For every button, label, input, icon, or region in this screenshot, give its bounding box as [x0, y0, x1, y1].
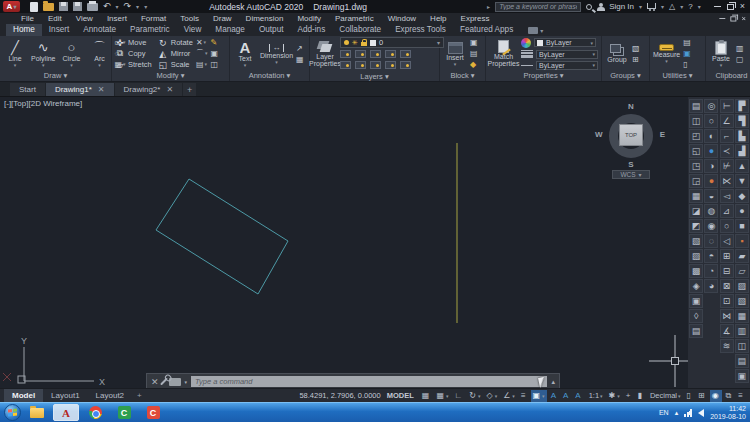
- menu-item[interactable]: Draw: [206, 13, 239, 24]
- restore-icon[interactable]: [727, 4, 734, 10]
- model-space-toggle[interactable]: MODEL: [387, 391, 414, 400]
- utilities-mini-button[interactable]: ▯: [683, 60, 691, 69]
- draw-tool-button[interactable]: ╱ Line ▾: [3, 41, 27, 67]
- palette-tool-icon[interactable]: ◰: [689, 129, 703, 143]
- palette-tool-icon[interactable]: ▩: [689, 264, 703, 278]
- draw-tool-button[interactable]: ∿ Polyline ▾: [31, 41, 56, 67]
- dimension-button[interactable]: ↔ Dimension▾: [260, 44, 293, 64]
- palette-tool-icon[interactable]: ⋈: [720, 309, 734, 323]
- palette-tool-icon[interactable]: ●: [704, 174, 718, 188]
- new-file-icon[interactable]: [30, 2, 38, 12]
- panel-label-groups[interactable]: Groups ▾: [602, 71, 649, 81]
- text-button[interactable]: A Text▾: [233, 40, 257, 67]
- taskbar-autocad-button[interactable]: A: [53, 404, 79, 421]
- menu-item[interactable]: Parametric: [328, 13, 381, 24]
- annotation-mini-button[interactable]: ▦: [296, 55, 304, 64]
- viewcube-south[interactable]: S: [628, 160, 633, 169]
- ribbon-tab[interactable]: Insert: [42, 24, 76, 36]
- help-dropdown-icon[interactable]: ▾: [698, 3, 701, 10]
- lineweight-select[interactable]: ByLayer▾: [536, 50, 598, 59]
- status-toggle[interactable]: ⊞ ▾: [696, 390, 708, 402]
- palette-tool-icon[interactable]: ⊿: [720, 204, 734, 218]
- palette-tool-icon[interactable]: ∠: [720, 114, 734, 128]
- palette-tool-icon[interactable]: ●: [704, 144, 718, 158]
- palette-tool-icon[interactable]: ▧: [689, 234, 703, 248]
- palette-tool-icon[interactable]: ▣: [735, 369, 749, 383]
- layer-tool-icon[interactable]: [370, 50, 381, 58]
- viewcube[interactable]: N W TOP E S WCS▾: [602, 102, 660, 178]
- panel-label-draw[interactable]: Draw ▾: [0, 71, 111, 81]
- group-button[interactable]: Group: [605, 44, 629, 64]
- layer-tool-icon[interactable]: [340, 50, 351, 58]
- modify-tool-button[interactable]: ↻ Rotate: [158, 37, 193, 48]
- groups-mini-button[interactable]: ▧: [632, 44, 640, 53]
- palette-tool-icon[interactable]: ◳: [689, 159, 703, 173]
- palette-tool-icon[interactable]: ▤: [689, 324, 703, 338]
- ribbon-tab[interactable]: Featured Apps: [453, 24, 520, 36]
- ribbon-tab[interactable]: Annotate: [76, 24, 123, 36]
- viewcube-north[interactable]: N: [628, 102, 634, 111]
- palette-tool-icon[interactable]: ▼: [735, 174, 749, 188]
- status-toggle[interactable]: ⧉ ▾: [724, 390, 735, 402]
- draw-tool-button[interactable]: ⌒ Arc ▾: [88, 41, 112, 67]
- search-icon[interactable]: [586, 4, 592, 10]
- signin-dropdown-icon[interactable]: ▾: [639, 3, 642, 10]
- redo-icon[interactable]: ↷: [124, 2, 132, 11]
- palette-tool-icon[interactable]: ◌: [704, 234, 718, 248]
- status-toggle[interactable]: ◉ ▾: [710, 390, 722, 402]
- viewcube-wcs-menu[interactable]: WCS▾: [612, 170, 650, 179]
- modify-tool-button[interactable]: ⧉ Copy: [115, 48, 152, 59]
- viewcube-east[interactable]: E: [660, 130, 665, 139]
- block-mini-button[interactable]: ▤: [470, 49, 478, 58]
- panel-label-layers[interactable]: Layers ▾: [310, 72, 439, 82]
- close-icon[interactable]: ×: [740, 3, 745, 10]
- palette-tool-icon[interactable]: ∡: [720, 324, 734, 338]
- modify-mini-button[interactable]: ✎: [210, 38, 218, 47]
- status-toggle[interactable]: 1:1 ▾: [586, 390, 605, 402]
- panel-label-block[interactable]: Block ▾: [440, 71, 485, 81]
- minimize-icon[interactable]: [714, 6, 721, 7]
- menu-item[interactable]: File: [14, 13, 41, 24]
- palette-tool-icon[interactable]: ◁: [720, 234, 734, 248]
- viewcube-west[interactable]: W: [595, 130, 603, 139]
- viewcube-top-face[interactable]: TOP: [619, 124, 643, 146]
- file-tab-close-icon[interactable]: ✕: [98, 85, 105, 94]
- status-toggle[interactable]: ▣ ▾: [531, 390, 547, 402]
- linetype-select[interactable]: ByLayer▾: [536, 61, 598, 70]
- doc-close-icon[interactable]: ×: [741, 16, 745, 22]
- app-store-cart-icon[interactable]: [647, 3, 656, 9]
- status-toggle[interactable]: Decimal ▾: [647, 390, 683, 402]
- palette-tool-icon[interactable]: ▲: [735, 159, 749, 173]
- status-toggle[interactable]: A ▾: [573, 390, 583, 402]
- undo-dropdown-icon[interactable]: ▾: [116, 3, 119, 10]
- groups-mini-button[interactable]: ⊞: [632, 55, 640, 64]
- status-toggle[interactable]: ∟ ▾: [452, 390, 465, 402]
- save-as-icon[interactable]: [73, 2, 82, 11]
- taskbar-clock[interactable]: 11:42 2019-08-10: [710, 405, 746, 421]
- palette-tool-icon[interactable]: ◫: [689, 114, 703, 128]
- tray-expand-icon[interactable]: ▴: [675, 409, 679, 417]
- status-toggle[interactable]: ≡ ▾: [519, 390, 529, 402]
- ribbon-tab[interactable]: Add-ins: [291, 24, 333, 36]
- status-toggle[interactable]: ◇ ▾: [485, 390, 500, 402]
- palette-tool-icon[interactable]: ◱: [689, 144, 703, 158]
- menu-item[interactable]: Help: [423, 13, 453, 24]
- panel-label-modify[interactable]: Modify ▾: [112, 71, 229, 81]
- command-input[interactable]: [191, 376, 547, 387]
- status-toggle[interactable]: A ▾: [549, 390, 559, 402]
- palette-tool-icon[interactable]: ▜: [735, 114, 749, 128]
- palette-tool-icon[interactable]: ◑: [704, 159, 718, 173]
- palette-tool-icon[interactable]: ⊞: [720, 249, 734, 263]
- utilities-mini-button[interactable]: ▣: [683, 49, 691, 58]
- block-mini-button[interactable]: ▣: [470, 38, 478, 47]
- clipboard-mini-button[interactable]: ▢: [736, 55, 744, 64]
- layer-tool-icon[interactable]: [385, 61, 396, 69]
- save-icon[interactable]: [59, 2, 68, 11]
- language-indicator[interactable]: EN: [659, 409, 669, 416]
- stay-connected-icon[interactable]: △: [669, 2, 675, 11]
- plot-icon[interactable]: [87, 3, 98, 11]
- palette-tool-icon[interactable]: ▤: [735, 354, 749, 368]
- help-icon[interactable]: ?: [688, 2, 692, 11]
- layer-tool-icon[interactable]: [355, 61, 366, 69]
- insert-block-button[interactable]: Insert▾: [443, 42, 467, 66]
